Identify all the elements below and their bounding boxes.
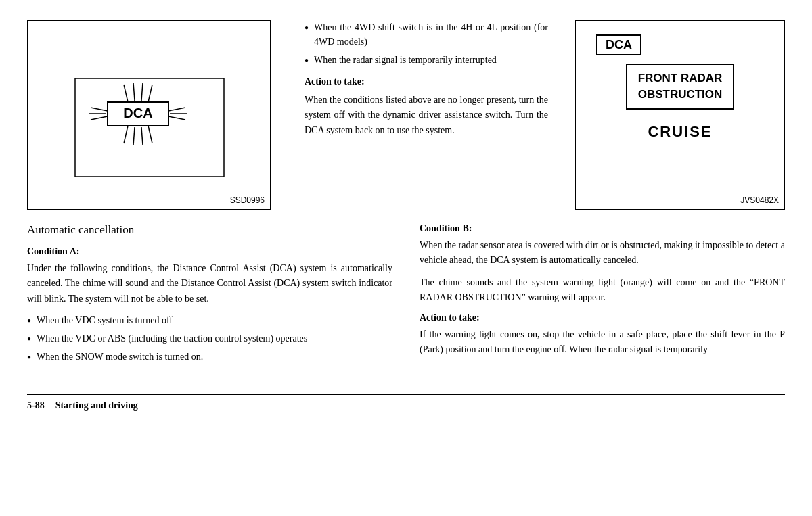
action-label-b: Action to take: (420, 312, 785, 323)
bullet-4wd-text: When the 4WD shift switch is in the 4H o… (314, 20, 548, 49)
bullet-snow-text: When the SNOW mode switch is turned on. (37, 350, 203, 364)
bullet-4wd: When the 4WD shift switch is in the 4H o… (304, 20, 548, 49)
conditions-list: When the 4WD shift switch is in the 4H o… (304, 20, 548, 67)
top-section: DCA SSD0996 When the 4WD shift switch is… (27, 20, 785, 210)
svg-line-11 (168, 108, 185, 111)
condition-b-text1: When the radar sensor area is covered wi… (420, 238, 785, 268)
condition-a-label: Condition A: (27, 246, 392, 257)
svg-line-6 (141, 127, 143, 145)
footer-bar: 5-88 Starting and driving (27, 394, 785, 411)
bullet-vdc-off-text: When the VDC system is turned off (37, 313, 173, 327)
page-number: 5-88 (27, 400, 45, 411)
condition-a-text: Under the following conditions, the Dist… (27, 261, 392, 306)
svg-line-8 (91, 108, 108, 111)
left-diagram: DCA SSD0996 (27, 20, 271, 210)
svg-line-2 (141, 83, 143, 101)
svg-line-1 (133, 83, 135, 101)
svg-line-13 (168, 116, 185, 120)
right-bottom-section: Condition B: When the radar sensor area … (420, 223, 785, 373)
automatic-cancellation-title: Automatic cancellation (27, 223, 392, 237)
svg-text:DCA: DCA (123, 105, 152, 120)
front-radar-line1: FRONT RADAR (638, 72, 723, 85)
bottom-section: Automatic cancellation Condition A: Unde… (27, 223, 785, 373)
footer-label: Starting and driving (55, 400, 138, 411)
bullet-radar-text: When the radar signal is temporarily int… (314, 53, 497, 67)
front-radar-obstruction-box: FRONT RADAR OBSTRUCTION (626, 64, 735, 110)
bullet-radar: When the radar signal is temporarily int… (304, 53, 548, 67)
svg-line-7 (148, 126, 152, 143)
svg-rect-16 (75, 78, 224, 177)
right-dca-box: DCA (596, 34, 641, 55)
bullet-snow: When the SNOW mode switch is turned on. (27, 350, 392, 364)
bullet-vdc-abs: When the VDC or ABS (including the tract… (27, 331, 392, 346)
condition-b-label: Condition B: (420, 223, 785, 234)
page-content: DCA SSD0996 When the 4WD shift switch is… (27, 20, 785, 411)
right-diagram: DCA FRONT RADAR OBSTRUCTION CRUISE JVS04… (575, 20, 785, 210)
condition-a-bullets: When the VDC system is turned off When t… (27, 313, 392, 364)
front-radar-line2: OBSTRUCTION (638, 88, 723, 101)
action-text-b: If the warning light comes on, stop the … (420, 327, 785, 358)
left-bottom-section: Automatic cancellation Condition A: Unde… (27, 223, 392, 373)
left-diagram-svg: DCA (28, 21, 270, 209)
bullet-vdc-abs-text: When the VDC or ABS (including the tract… (37, 331, 307, 346)
svg-line-3 (148, 85, 152, 102)
left-diagram-ref: SSD0996 (230, 195, 265, 205)
svg-line-5 (133, 127, 135, 145)
condition-b-text2: The chime sounds and the system warning … (420, 275, 785, 306)
action-label-top: Action to take: (304, 76, 548, 87)
bullet-vdc-off: When the VDC system is turned off (27, 313, 392, 327)
svg-line-0 (124, 85, 128, 102)
svg-line-10 (91, 116, 108, 120)
action-text-top: When the conditions listed above are no … (304, 93, 548, 138)
middle-text-section: When the 4WD shift switch is in the 4H o… (291, 20, 562, 210)
svg-line-4 (124, 126, 128, 143)
right-diagram-ref: JVS0482X (740, 195, 779, 205)
cruise-label: CRUISE (648, 123, 712, 141)
